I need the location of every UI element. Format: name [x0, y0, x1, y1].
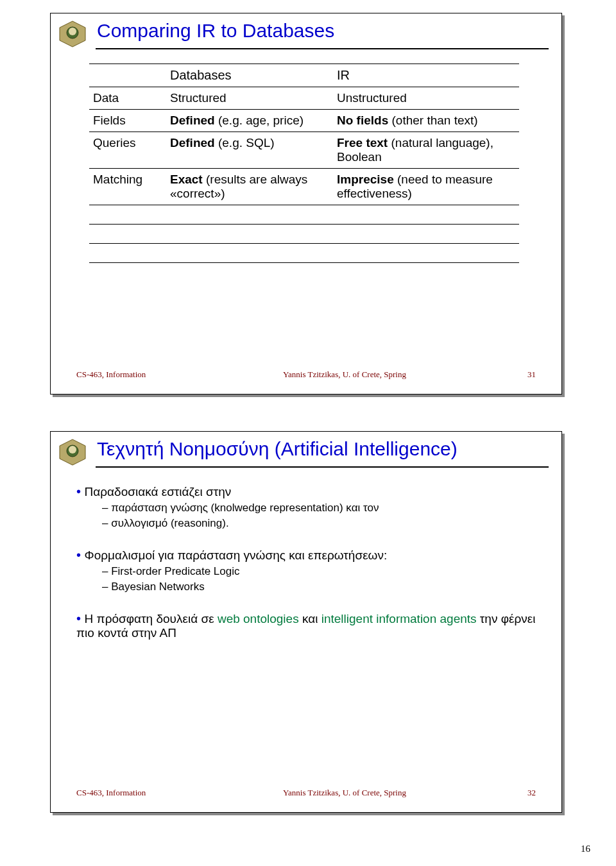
bullet-level2: Bayesian Networks [102, 581, 542, 593]
footer-page-number: 32 [497, 788, 536, 808]
table-row-empty [89, 244, 519, 263]
slide-title: Τεχνητή Νοημοσύνη (Artificial Intelligen… [97, 438, 458, 460]
table-row-empty [89, 225, 519, 244]
row-label: Queries [89, 132, 166, 169]
cell: Defined (e.g. age, price) [166, 110, 333, 132]
comparison-table: Databases IR Data Structured Unstructure… [89, 64, 519, 263]
slide-footer: CS-463, InformationRetrieval Yannis Tzit… [76, 788, 536, 808]
row-label: Data [89, 87, 166, 110]
university-crest-icon [57, 19, 88, 49]
bullet-level2: First-order Predicate Logic [102, 565, 542, 578]
slide-2: Τεχνητή Νοημοσύνη (Artificial Intelligen… [50, 431, 562, 813]
row-label: Fields [89, 110, 166, 132]
cell: Imprecise (need to measure effectiveness… [333, 169, 519, 205]
table-row: Matching Exact (results are always «corr… [89, 169, 519, 205]
table-row: Data Structured Unstructured [89, 87, 519, 110]
footer-left: CS-463, InformationRetrieval [76, 788, 192, 808]
bullet-level2: συλλογισμό (reasoning). [102, 517, 542, 530]
slide-footer: CS-463, InformationRetrieval Yannis Tzit… [76, 369, 536, 390]
slide-title: Comparing IR to Databases [97, 20, 334, 42]
bullet-level2: παράσταση γνώσης (knolwedge representati… [102, 502, 542, 514]
cell: Defined (e.g. SQL) [166, 132, 333, 169]
title-underline [96, 466, 549, 468]
table-row-empty [89, 205, 519, 225]
cell: Structured [166, 87, 333, 110]
cell: Free text (natural language), Boolean [333, 132, 519, 169]
table-row: Fields Defined (e.g. age, price) No fiel… [89, 110, 519, 132]
footer-center: Yannis Tzitzikas, U. of Crete, Spring200… [192, 369, 497, 390]
cell: No fields (other than text) [333, 110, 519, 132]
title-underline [96, 48, 549, 49]
footer-left: CS-463, InformationRetrieval [76, 369, 192, 390]
row-label: Matching [89, 169, 166, 205]
slide-1: Comparing IR to Databases Databases IR D… [50, 13, 562, 395]
bullet-level1: Παραδοσιακά εστιάζει στην [76, 484, 542, 499]
bullet-level1: Η πρόσφατη δουλειά σε web ontologies και… [76, 611, 542, 640]
table-row: Queries Defined (e.g. SQL) Free text (na… [89, 132, 519, 169]
footer-page-number: 31 [497, 369, 536, 390]
university-crest-icon [57, 437, 88, 468]
cell: Unstructured [333, 87, 519, 110]
footer-center: Yannis Tzitzikas, U. of Crete, Spring200… [192, 788, 497, 808]
document-page-number: 16 [581, 844, 590, 854]
col-databases: Databases [166, 64, 333, 87]
cell: Exact (results are always «correct») [166, 169, 333, 205]
slide-body: Παραδοσιακά εστιάζει στηνπαράσταση γνώση… [76, 484, 542, 643]
bullet-level1: Φορμαλισμοί για παράσταση γνώσης και επε… [76, 548, 542, 563]
col-ir: IR [333, 64, 519, 87]
table-header-row: Databases IR [89, 64, 519, 87]
